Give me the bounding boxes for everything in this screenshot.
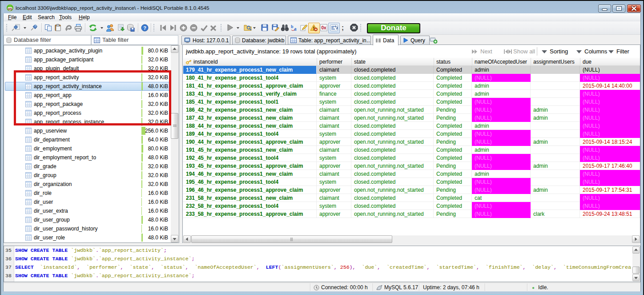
svg-text:?: ? [143,25,146,31]
svg-text:b: b [291,24,294,29]
svg-text:0x: 0x [321,25,326,30]
svg-text:a: a [294,27,297,31]
svg-text:;: ; [342,24,344,31]
